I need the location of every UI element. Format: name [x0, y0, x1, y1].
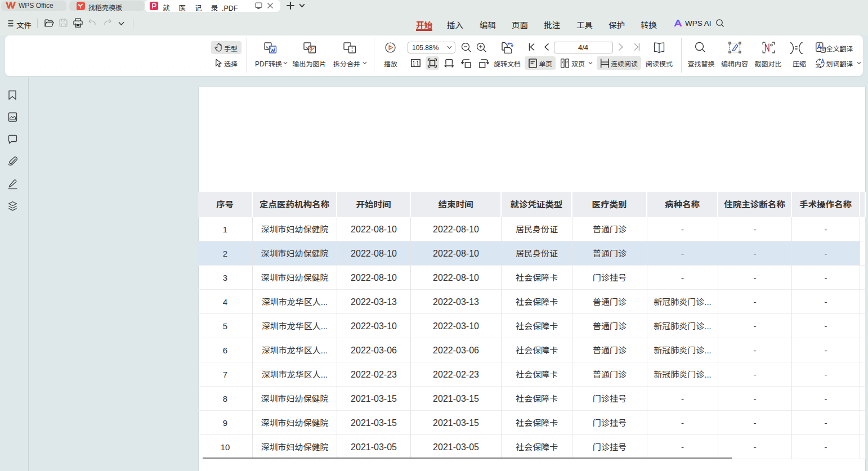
svg-text:文: 文 [816, 61, 821, 69]
svg-text:文: 文 [821, 46, 826, 52]
